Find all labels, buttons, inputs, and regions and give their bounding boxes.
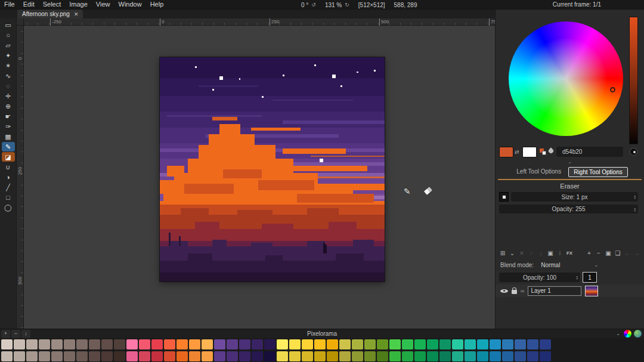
link-cel-icon[interactable]: ∞ [521,288,524,294]
size-spinbox[interactable]: Size: 1 px ▴▾ [511,192,638,202]
palette-swatch[interactable] [177,339,188,349]
horizontal-ruler[interactable]: -250025050075 [24,18,495,26]
layer-fx-icon[interactable]: FX [565,250,574,256]
palette-swatch[interactable] [352,339,363,349]
palette-swatch[interactable] [389,339,401,349]
menu-view[interactable]: View [92,0,114,9]
layer-name-field[interactable]: Layer 1 [528,286,581,296]
palette-swatch[interactable] [227,339,238,349]
palette-swatch[interactable] [89,351,100,361]
palette-dropdown-icon[interactable]: ⌄ [616,331,620,336]
palette-swatch[interactable] [189,339,200,349]
color-mode-icon[interactable] [630,148,637,156]
palette-swatch[interactable] [477,351,488,361]
palette-swatch[interactable] [252,351,263,361]
palette-swatch[interactable] [214,339,225,349]
layer-menu-icon[interactable]: ⌄ [507,250,517,256]
tab-left-tool-options[interactable]: Left Tool Options [512,167,566,177]
clone-layer-icon[interactable]: ▣ [546,250,555,256]
eyedropper-icon[interactable] [547,147,554,154]
palette-swatch[interactable] [177,351,188,361]
add-palette-color-button[interactable]: + [1,330,10,338]
palette-swatch[interactable] [402,351,413,361]
tab-close-icon[interactable]: ✕ [74,11,79,17]
palette-swatch[interactable] [515,351,526,361]
menu-file[interactable]: File [0,0,19,9]
palette-swatch[interactable] [264,351,275,361]
palette-swatch[interactable] [364,351,376,361]
palette-swatch[interactable] [227,351,238,361]
tool-eraser[interactable]: ◪ [2,152,15,162]
palette-swatch[interactable] [314,351,326,361]
tool-opacity-spin-arrows[interactable]: ▴▾ [634,205,636,214]
tool-crop[interactable]: ▦ [2,132,15,141]
palette-swatch[interactable] [402,339,413,349]
palette-swatch[interactable] [439,339,451,349]
tool-move[interactable]: ✛ [2,91,15,101]
palette-swatch[interactable] [239,351,250,361]
tool-color-picker[interactable]: ✑ [2,122,15,131]
palette-swatch[interactable] [540,351,551,361]
layer-lock-icon[interactable] [512,290,517,294]
blend-mode-dropdown[interactable]: Normal ⌄ [537,261,602,270]
frame-header-cell[interactable]: 1 [583,272,597,283]
tool-bucket[interactable]: ∪ [2,162,15,172]
tool-paint-select[interactable]: ◌ [2,81,15,91]
menu-image[interactable]: Image [65,0,92,9]
edit-palette-icon[interactable] [624,330,631,338]
palette-swatch[interactable] [164,351,175,361]
palette-swatch[interactable] [477,339,488,349]
palette-swatch[interactable] [101,339,113,349]
palette-swatch[interactable] [302,339,313,349]
palette-swatch[interactable] [126,351,138,361]
palette-swatch[interactable] [452,339,463,349]
palette-swatch[interactable] [302,351,313,361]
size-spin-arrows[interactable]: ▴▾ [634,192,636,202]
palette-swatch[interactable] [527,351,538,361]
palette-swatch[interactable] [126,339,138,349]
cel-thumbnail[interactable] [585,286,598,296]
tab-afternoon-sky[interactable]: Afternoon sky.png ✕ [17,10,83,18]
palette-swatch[interactable] [14,351,25,361]
tool-lasso[interactable]: ∿ [2,71,15,81]
palette-swatch[interactable] [327,339,338,349]
tool-rectangle[interactable]: □ [2,193,15,202]
reset-zoom-icon[interactable]: ↻ [345,2,349,8]
palette-swatch[interactable] [139,351,150,361]
tool-ellipse[interactable]: ◯ [2,203,15,212]
palette-swatch[interactable] [89,339,100,349]
palette-swatch[interactable] [51,339,63,349]
zoom-value[interactable]: 131 % [325,2,342,8]
reset-rotation-icon[interactable]: ↺ [311,2,316,8]
palette-swatch[interactable] [352,351,363,361]
rotation-value[interactable]: 0 ° [301,2,308,8]
palette-swatch[interactable] [1,339,13,349]
palette-swatch[interactable] [439,351,451,361]
palette-swatch[interactable] [26,339,38,349]
palette-swatch[interactable] [64,339,75,349]
palette-swatch[interactable] [76,351,88,361]
palette-swatch[interactable] [252,339,263,349]
canvas-viewport[interactable]: ✎ [24,26,495,329]
value-slider[interactable] [629,17,638,144]
import-palette-button[interactable]: ↓ [21,330,30,338]
tab-right-tool-options[interactable]: Right Tool Options [568,167,628,177]
add-frame-icon[interactable]: + [584,250,594,256]
palette-swatch[interactable] [289,339,301,349]
palette-swatch[interactable] [339,339,351,349]
color-wheel-cursor[interactable] [610,87,615,92]
hex-color-input[interactable]: d54b20 [556,147,623,157]
tool-ellipse-select[interactable]: ○ [2,30,15,40]
left-color-swatch[interactable] [499,147,513,157]
palette-swatch[interactable] [452,351,463,361]
palette-swatch[interactable] [151,351,163,361]
palette-swatch[interactable] [101,351,113,361]
palette-swatch[interactable] [314,339,326,349]
tool-pencil[interactable]: ✎ [2,142,15,151]
tool-line[interactable]: ╱ [2,182,15,192]
palette-swatch[interactable] [264,339,275,349]
palette-swatch[interactable] [465,351,476,361]
palette-swatch[interactable] [389,351,401,361]
palette-swatch[interactable] [289,351,301,361]
palette-swatch[interactable] [139,339,150,349]
